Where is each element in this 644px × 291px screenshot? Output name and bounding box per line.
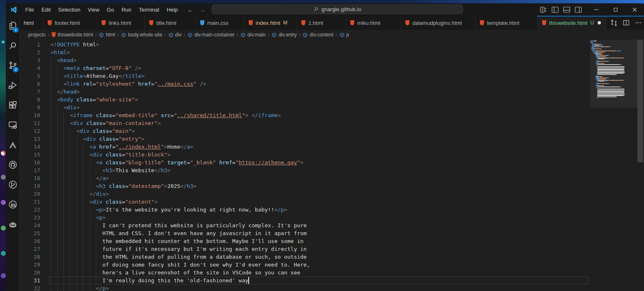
breadcrumb-item-projects[interactable]: projects — [28, 32, 46, 38]
breadcrumb-item-div.entry[interactable]: div.entry — [271, 32, 297, 38]
command-center-search[interactable]: gnargle.github.io — [212, 5, 463, 14]
activity-explorer[interactable]: 1 — [6, 16, 19, 36]
scrollbar-thumb[interactable] — [637, 40, 643, 162]
line-number[interactable]: 26 — [20, 237, 40, 245]
tab-thiswebsite.html[interactable]: thiswebsite.htmlU — [538, 16, 606, 30]
line-number[interactable]: 30 — [20, 269, 40, 277]
activity-run-debug[interactable] — [6, 75, 19, 95]
code-line[interactable]: 7</head> — [20, 88, 588, 96]
code-line[interactable]: 12<div class="main"> — [20, 127, 588, 135]
code-line[interactable]: 20</div> — [20, 190, 588, 198]
tab-title.html[interactable]: title.html — [145, 16, 196, 30]
code-line[interactable]: 23<p> — [20, 214, 588, 221]
line-number[interactable]: 28 — [20, 253, 40, 261]
line-number[interactable]: 21 — [20, 198, 40, 206]
line-number[interactable]: 24 — [20, 221, 40, 229]
code-line[interactable]: 29of doing some fancy shit I don't see w… — [20, 261, 588, 269]
code-line[interactable]: 18</a> — [20, 174, 588, 182]
menu-file[interactable]: File — [22, 5, 38, 14]
line-number[interactable]: 6 — [20, 80, 40, 88]
line-number[interactable]: 2 — [20, 48, 40, 56]
split-editor-icon[interactable] — [623, 19, 629, 26]
activity-source-control[interactable]: 2 — [6, 55, 19, 75]
tab-miku.html[interactable]: miku.html — [346, 16, 401, 30]
tab-index.html[interactable]: index.htmlM — [245, 16, 297, 30]
code-line[interactable]: 11<div class="main-container"> — [20, 119, 588, 127]
activity-search[interactable] — [6, 36, 19, 55]
code-line[interactable]: 25HTML and CSS. I don't even have any ja… — [20, 229, 588, 237]
code-line[interactable]: 13<div class="entry"> — [20, 135, 588, 143]
code-line[interactable]: 5<title>Athene.Gay</title> — [20, 72, 588, 80]
tab-dalamudplugins.html[interactable]: dalamudplugins.html — [401, 16, 476, 30]
line-number[interactable]: 9 — [20, 103, 40, 111]
line-number[interactable]: 4 — [20, 64, 40, 72]
breadcrumb-item-p[interactable]: p — [339, 32, 349, 38]
menu-edit[interactable]: Edit — [38, 5, 54, 14]
menu-terminal[interactable]: Terminal — [135, 5, 163, 14]
line-number[interactable]: 14 — [20, 143, 40, 151]
code-line[interactable]: 31I'm really doing this the 'old-fashion… — [20, 277, 588, 284]
forward-arrow-icon[interactable]: → — [199, 6, 206, 13]
code-line[interactable]: 1<!DOCTYPE html> — [20, 41, 588, 48]
breadcrumb-item-div[interactable]: div — [168, 32, 182, 38]
line-number[interactable]: 23 — [20, 214, 40, 221]
code-line[interactable]: 15<div class="title-block"> — [20, 151, 588, 159]
menu-view[interactable]: View — [84, 5, 103, 14]
code-line[interactable]: 9<div> — [20, 103, 588, 111]
minimize-button[interactable] — [587, 3, 606, 16]
line-number[interactable]: 18 — [20, 174, 40, 182]
toggle-primary-sidebar-icon[interactable] — [552, 7, 559, 13]
code-line[interactable]: 4<meta charset="UTF-8" /> — [20, 64, 588, 72]
line-number[interactable]: 22 — [20, 206, 40, 214]
line-number[interactable]: 27 — [20, 245, 40, 253]
line-number[interactable]: 31 — [20, 277, 40, 284]
code-line[interactable]: 24I can't pretend this website is partic… — [20, 221, 588, 229]
activity-github[interactable] — [6, 155, 19, 175]
activity-git-graph[interactable] — [6, 175, 19, 195]
back-arrow-icon[interactable]: ← — [187, 6, 194, 13]
code-line[interactable]: 30here's a live screenshot of the site i… — [20, 269, 588, 277]
tab-links.html[interactable]: links.html — [97, 16, 145, 30]
menu-run[interactable]: Run — [118, 5, 135, 14]
line-number[interactable]: 32 — [20, 284, 40, 291]
line-number[interactable]: 25 — [20, 229, 40, 237]
close-button[interactable] — [625, 3, 644, 16]
toggle-secondary-sidebar-icon[interactable] — [575, 7, 582, 13]
tab-html[interactable]: html — [20, 16, 44, 30]
code-line[interactable]: 16<a class="blog-title" target="_blank" … — [20, 159, 588, 166]
code-line[interactable]: 28the HTML instead of pulling from a dat… — [20, 253, 588, 261]
vscode-logo-icon[interactable] — [10, 6, 17, 14]
code-line[interactable]: 27future if it's necessary but I'm writi… — [20, 245, 588, 253]
line-number[interactable]: 11 — [20, 119, 40, 127]
code-line[interactable]: 26the embedded hit counter at the bottom… — [20, 237, 588, 245]
breadcrumb-item-div.main[interactable]: div.main — [240, 32, 266, 38]
tab-footer.html[interactable]: footer.html — [44, 16, 97, 30]
line-number[interactable]: 16 — [20, 159, 40, 166]
breadcrumb-item-body.whole-site[interactable]: body.whole-site — [121, 32, 162, 38]
activity-extensions[interactable] — [6, 95, 19, 115]
line-number[interactable]: 3 — [20, 56, 40, 64]
more-actions-icon[interactable] — [635, 19, 642, 26]
line-number[interactable]: 15 — [20, 151, 40, 159]
line-number[interactable]: 20 — [20, 190, 40, 198]
line-number[interactable]: 13 — [20, 135, 40, 143]
code-line[interactable]: 10<iframe class="embed-title" src="../sh… — [20, 111, 588, 119]
tab-1.html[interactable]: 1.html — [297, 16, 346, 30]
code-line[interactable]: 17<h3>This Website</h3> — [20, 166, 588, 174]
menu-selection[interactable]: Selection — [54, 5, 84, 14]
code-line[interactable]: 21<div class="content"> — [20, 198, 588, 206]
code-line[interactable]: 6<link rel="stylesheet" href="../main.cs… — [20, 80, 588, 88]
code-line[interactable]: 19<h3 class="datestamp">2025</h3> — [20, 182, 588, 190]
line-number[interactable]: 7 — [20, 88, 40, 96]
tab-main.css[interactable]: main.css — [196, 16, 245, 30]
code-line[interactable]: 2<html> — [20, 48, 588, 56]
line-number[interactable]: 17 — [20, 166, 40, 174]
breadcrumb-item-thiswebsite.html[interactable]: thiswebsite.html — [51, 32, 93, 38]
toggle-panel-icon[interactable] — [563, 7, 570, 13]
vertical-scrollbar[interactable] — [637, 40, 644, 291]
breadcrumb-item-html[interactable]: html — [99, 32, 115, 38]
menu-go[interactable]: Go — [103, 5, 118, 14]
open-changes-icon[interactable] — [610, 19, 617, 26]
line-number[interactable]: 19 — [20, 182, 40, 190]
code-line[interactable]: 32</p> — [20, 284, 588, 291]
